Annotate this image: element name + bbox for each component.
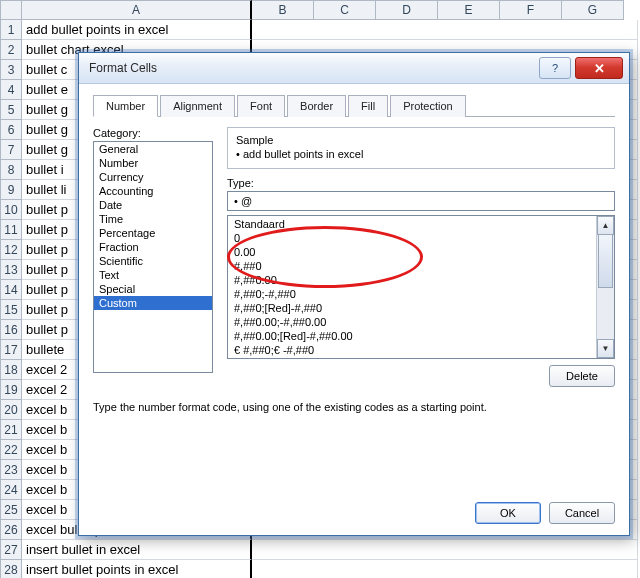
column-header-C[interactable]: C — [314, 0, 376, 20]
column-header-G[interactable]: G — [562, 0, 624, 20]
sample-box: Sample • add bullet points in excel — [227, 127, 615, 169]
cancel-button[interactable]: Cancel — [549, 502, 615, 524]
row-header[interactable]: 17 — [0, 340, 22, 360]
row-header[interactable]: 5 — [0, 100, 22, 120]
column-header-A[interactable]: A — [22, 0, 252, 20]
close-icon: ✕ — [594, 61, 605, 76]
scroll-down-button[interactable]: ▼ — [597, 339, 614, 358]
column-headers: A B C D E F G — [0, 0, 640, 20]
cell[interactable]: insert bullet in excel — [22, 540, 252, 560]
category-item[interactable]: Date — [94, 198, 212, 212]
column-header-F[interactable]: F — [500, 0, 562, 20]
row-header[interactable]: 20 — [0, 400, 22, 420]
row-header[interactable]: 6 — [0, 120, 22, 140]
row-header[interactable]: 8 — [0, 160, 22, 180]
tab-border[interactable]: Border — [287, 95, 346, 117]
dialog-titlebar[interactable]: Format Cells ? ✕ — [79, 53, 629, 84]
row-header[interactable]: 27 — [0, 540, 22, 560]
row-header[interactable]: 19 — [0, 380, 22, 400]
row-header[interactable]: 10 — [0, 200, 22, 220]
format-code-item[interactable]: #,##0;[Red]-#,##0 — [228, 301, 614, 315]
format-cells-dialog: Format Cells ? ✕ NumberAlignmentFontBord… — [78, 52, 630, 536]
tab-alignment[interactable]: Alignment — [160, 95, 235, 117]
format-code-item[interactable]: #,##0.00;[Red]-#,##0.00 — [228, 329, 614, 343]
dialog-tabs: NumberAlignmentFontBorderFillProtection — [93, 94, 615, 117]
help-text: Type the number format code, using one o… — [93, 401, 615, 413]
row-header[interactable]: 3 — [0, 60, 22, 80]
help-button[interactable]: ? — [539, 57, 571, 79]
category-item[interactable]: Special — [94, 282, 212, 296]
format-list-scrollbar[interactable]: ▲ ▼ — [596, 216, 614, 358]
row-header[interactable]: 25 — [0, 500, 22, 520]
scroll-thumb[interactable] — [598, 234, 613, 288]
row-header[interactable]: 12 — [0, 240, 22, 260]
row-header[interactable]: 18 — [0, 360, 22, 380]
category-item[interactable]: Text — [94, 268, 212, 282]
row-header[interactable]: 4 — [0, 80, 22, 100]
cell[interactable] — [252, 20, 638, 40]
category-label: Category: — [93, 127, 213, 139]
format-code-item[interactable]: 0 — [228, 231, 614, 245]
column-header-B[interactable]: B — [252, 0, 314, 20]
row-header[interactable]: 24 — [0, 480, 22, 500]
format-code-item[interactable]: #,##0;-#,##0 — [228, 287, 614, 301]
row-header[interactable]: 14 — [0, 280, 22, 300]
type-label: Type: — [227, 177, 615, 189]
cell[interactable]: add bullet points in excel — [22, 20, 252, 40]
row-header[interactable]: 9 — [0, 180, 22, 200]
tab-protection[interactable]: Protection — [390, 95, 466, 117]
format-code-list[interactable]: Standaard00.00#,##0#,##0.00#,##0;-#,##0#… — [227, 215, 615, 359]
category-item[interactable]: General — [94, 142, 212, 156]
column-header-E[interactable]: E — [438, 0, 500, 20]
category-item[interactable]: Custom — [94, 296, 212, 310]
tab-fill[interactable]: Fill — [348, 95, 388, 117]
row-header[interactable]: 28 — [0, 560, 22, 578]
format-code-item[interactable]: Standaard — [228, 217, 614, 231]
cell[interactable] — [252, 540, 638, 560]
ok-button[interactable]: OK — [475, 502, 541, 524]
format-code-item[interactable]: € #,##0;[Red]€ -#,##0 — [228, 357, 614, 359]
category-item[interactable]: Accounting — [94, 184, 212, 198]
sample-label: Sample — [236, 134, 606, 146]
category-item[interactable]: Percentage — [94, 226, 212, 240]
scroll-up-button[interactable]: ▲ — [597, 216, 614, 235]
question-icon: ? — [552, 62, 558, 74]
tab-font[interactable]: Font — [237, 95, 285, 117]
type-input[interactable] — [227, 191, 615, 211]
cell[interactable]: insert bullet points in excel — [22, 560, 252, 578]
row-header[interactable]: 11 — [0, 220, 22, 240]
sample-value: • add bullet points in excel — [236, 148, 606, 160]
row-header[interactable]: 21 — [0, 420, 22, 440]
delete-button[interactable]: Delete — [549, 365, 615, 387]
format-code-item[interactable]: 0.00 — [228, 245, 614, 259]
format-code-item[interactable]: #,##0 — [228, 259, 614, 273]
format-code-item[interactable]: #,##0.00;-#,##0.00 — [228, 315, 614, 329]
row-header[interactable]: 22 — [0, 440, 22, 460]
row-header[interactable]: 15 — [0, 300, 22, 320]
category-item[interactable]: Scientific — [94, 254, 212, 268]
category-list[interactable]: GeneralNumberCurrencyAccountingDateTimeP… — [93, 141, 213, 373]
category-item[interactable]: Fraction — [94, 240, 212, 254]
category-item[interactable]: Number — [94, 156, 212, 170]
tab-number[interactable]: Number — [93, 95, 158, 117]
dialog-title: Format Cells — [89, 61, 535, 75]
category-item[interactable]: Currency — [94, 170, 212, 184]
row-header[interactable]: 13 — [0, 260, 22, 280]
format-code-item[interactable]: #,##0.00 — [228, 273, 614, 287]
select-all-corner[interactable] — [0, 0, 22, 20]
row-header[interactable]: 26 — [0, 520, 22, 540]
row-header[interactable]: 2 — [0, 40, 22, 60]
row-header[interactable]: 16 — [0, 320, 22, 340]
row-header[interactable]: 23 — [0, 460, 22, 480]
cell[interactable] — [252, 560, 638, 578]
format-code-item[interactable]: € #,##0;€ -#,##0 — [228, 343, 614, 357]
row-header[interactable]: 1 — [0, 20, 22, 40]
category-item[interactable]: Time — [94, 212, 212, 226]
column-header-D[interactable]: D — [376, 0, 438, 20]
row-header[interactable]: 7 — [0, 140, 22, 160]
close-button[interactable]: ✕ — [575, 57, 623, 79]
